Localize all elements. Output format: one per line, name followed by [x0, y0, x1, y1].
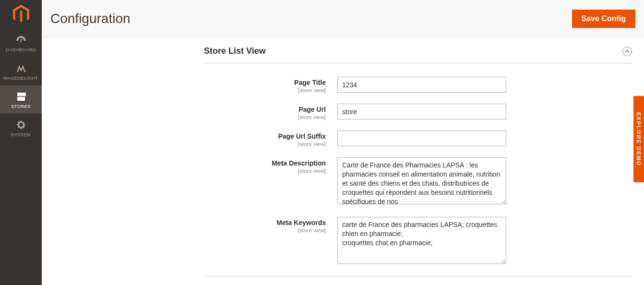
field-page-url-suffix: Page Url Suffix [store view]: [204, 131, 632, 147]
config-section: Store List View Page Title [store view] …: [204, 37, 632, 266]
save-config-button[interactable]: Save Config: [572, 10, 635, 28]
field-scope: [store view]: [204, 87, 326, 93]
section-title: Store List View: [204, 46, 266, 56]
content-area: Store List View Page Title [store view] …: [42, 37, 644, 285]
sidebar-item-magedelight[interactable]: MAGEDELIGHT: [0, 57, 42, 85]
page-header: Configuration Save Config: [42, 0, 644, 37]
field-label: Meta Description: [204, 159, 326, 167]
page-url-input[interactable]: [337, 104, 506, 119]
field-page-url: Page Url [store view]: [204, 104, 632, 120]
sidebar-item-label: STORES: [11, 104, 31, 109]
admin-sidebar: DASHBOARD MAGEDELIGHT STORES SYSTEM: [0, 0, 42, 285]
field-scope: [store view]: [204, 168, 326, 174]
page-url-suffix-input[interactable]: [337, 131, 506, 146]
field-meta-description: Meta Description [store view]: [204, 157, 632, 206]
magento-logo-icon: [13, 5, 29, 24]
field-scope: [store view]: [204, 227, 326, 233]
page-title-input[interactable]: [337, 77, 506, 93]
field-scope: [store view]: [204, 141, 326, 147]
page-title: Configuration: [50, 11, 131, 26]
dashboard-icon: [15, 35, 27, 45]
sidebar-item-stores[interactable]: STORES: [0, 85, 42, 114]
field-page-title: Page Title [store view]: [204, 77, 632, 93]
config-form: Page Title [store view] Page Url [store …: [204, 63, 632, 266]
field-label: Page Title: [204, 79, 326, 86]
svg-rect-2: [17, 97, 25, 101]
svg-point-1: [24, 70, 26, 72]
field-label: Page Url Suffix: [204, 132, 326, 140]
sidebar-item-label: DASHBOARD: [6, 47, 36, 52]
meta-description-textarea[interactable]: [337, 157, 506, 204]
sidebar-item-label: MAGEDELIGHT: [3, 75, 38, 81]
field-meta-keywords: Meta Keywords [store view]: [204, 217, 632, 266]
gear-icon: [15, 119, 27, 130]
collapse-icon[interactable]: [622, 47, 632, 56]
meta-keywords-textarea[interactable]: [337, 217, 506, 264]
svg-point-3: [20, 124, 22, 126]
explore-demo-label: EXPLORE DEMO: [636, 112, 642, 166]
field-label: Page Url: [204, 106, 326, 113]
stores-icon: [15, 91, 27, 102]
sidebar-item-label: SYSTEM: [11, 132, 31, 137]
sidebar-item-system[interactable]: SYSTEM: [0, 114, 42, 142]
section-divider: [204, 276, 632, 277]
svg-rect-0: [20, 39, 22, 42]
magedelight-icon: [15, 63, 27, 73]
magento-logo[interactable]: [0, 0, 42, 29]
sidebar-item-dashboard[interactable]: DASHBOARD: [0, 29, 42, 57]
field-scope: [store view]: [204, 114, 326, 120]
section-header[interactable]: Store List View: [204, 37, 632, 63]
field-label: Meta Keywords: [204, 219, 326, 226]
explore-demo-tab[interactable]: EXPLORE DEMO: [633, 96, 644, 182]
